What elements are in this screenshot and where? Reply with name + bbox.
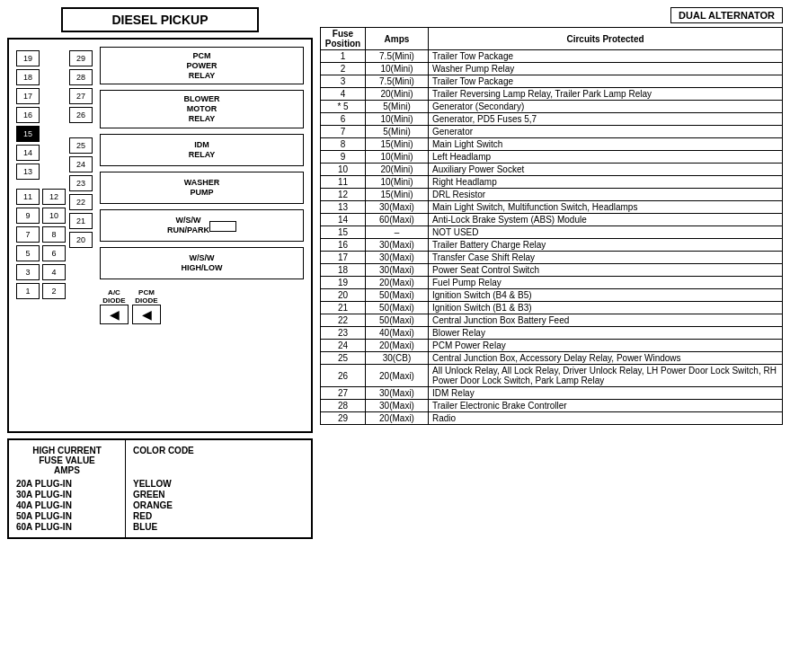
fuse-pos-cell: 10 — [321, 164, 366, 176]
table-row: 210(Mini)Washer Pump Relay — [321, 63, 783, 75]
relay-idm: IDMRELAY — [100, 134, 304, 166]
fuse-pos-cell: 26 — [321, 365, 366, 387]
table-row: 1460(Maxi)Anti-Lock Brake System (ABS) M… — [321, 214, 783, 226]
fuse-circuits-cell: Trailer Battery Charge Relay — [429, 239, 783, 252]
fuse-amps-cell: 7.5(Mini) — [366, 75, 429, 88]
fuse-amps-cell: 15(Mini) — [366, 138, 429, 151]
ac-diode-label: A/CDIODE — [102, 288, 125, 305]
fuse-circuits-cell: Right Headlamp — [429, 176, 783, 189]
table-row: 1730(Maxi)Transfer Case Shift Relay — [321, 252, 783, 264]
fuse-pos-cell: 12 — [321, 189, 366, 201]
cc-left: HIGH CURRENTFUSE VALUEAMPS 20A PLUG-IN 3… — [9, 440, 126, 537]
table-row: 1330(Maxi)Main Light Switch, Multifuncti… — [321, 201, 783, 214]
fuse-pos-cell: 23 — [321, 327, 366, 340]
fuse-pos-cell: 2 — [321, 63, 366, 75]
fuse-amps-cell: 50(Maxi) — [366, 289, 429, 302]
fuse-2: 2 — [42, 283, 66, 299]
fuse-circuits-cell: All Unlock Relay, All Lock Relay, Driver… — [429, 365, 783, 387]
fuse-amps-cell: – — [366, 226, 429, 239]
fuse-pair-11-12: 11 12 — [16, 189, 66, 205]
fuse-28: 28 — [69, 69, 93, 85]
col-header-circuits: Circuits Protected — [429, 28, 783, 50]
fuse-pair-7-8: 7 8 — [16, 226, 66, 243]
table-row: 1830(Maxi)Power Seat Control Switch — [321, 264, 783, 277]
fuse-amps-cell: 20(Mini) — [366, 164, 429, 176]
fuse-19: 19 — [16, 50, 40, 66]
table-row: 610(Mini)Generator, PD5 Fuses 5,7 — [321, 113, 783, 126]
fuse-pos-cell: 19 — [321, 277, 366, 289]
cc-amps-30: 30A PLUG-IN — [16, 490, 118, 500]
fuse-pair-3-4: 3 4 — [16, 264, 66, 280]
col-header-amps: Amps — [366, 28, 429, 50]
fuse-pos-cell: 18 — [321, 264, 366, 277]
col-header-fuse-position: FusePosition — [321, 28, 366, 50]
fuse-amps-cell: 50(Maxi) — [366, 314, 429, 327]
fuse-circuits-cell: Trailer Reversing Lamp Relay, Trailer Pa… — [429, 88, 783, 101]
table-row: 2620(Maxi)All Unlock Relay, All Lock Rel… — [321, 365, 783, 387]
fuse-amps-cell: 30(CB) — [366, 352, 429, 365]
diode-row: A/CDIODE ◀ PCMDIODE ◀ — [100, 288, 304, 324]
table-row: 2150(Maxi)Ignition Switch (B1 & B3) — [321, 302, 783, 314]
fuse-pos-cell: 8 — [321, 138, 366, 151]
fuse-pos-cell: 9 — [321, 151, 366, 164]
cc-amps-rows: 20A PLUG-IN 30A PLUG-IN 40A PLUG-IN 50A … — [16, 479, 118, 532]
fuse-amps-cell: 20(Maxi) — [366, 277, 429, 289]
fuse-11: 11 — [16, 189, 40, 205]
fuse-16: 16 — [16, 107, 40, 123]
cc-left-header: HIGH CURRENTFUSE VALUEAMPS — [16, 446, 118, 475]
fuse-amps-cell: 30(Maxi) — [366, 264, 429, 277]
fuse-circuits-cell: Trailer Tow Package — [429, 75, 783, 88]
cc-amps-20: 20A PLUG-IN — [16, 479, 118, 489]
fuse-6: 6 — [42, 245, 66, 261]
ac-diode-symbol: ◀ — [100, 305, 129, 324]
relay-wsw-high-low: W/S/WHIGH/LOW — [100, 247, 304, 279]
fuse-diagram: 19 18 17 16 15 14 13 11 12 9 10 7 8 — [7, 38, 313, 433]
table-row: 2920(Maxi)Radio — [321, 412, 783, 425]
fuse-pair-1-2: 1 2 — [16, 283, 66, 299]
cc-color-rows: YELLOW GREEN ORANGE RED BLUE — [133, 479, 194, 532]
fuse-pos-cell: 13 — [321, 201, 366, 214]
fuse-circuits-cell: NOT USED — [429, 226, 783, 239]
fuse-circuits-cell: Trailer Electronic Brake Controller — [429, 400, 783, 412]
fuse-pos-cell: 3 — [321, 75, 366, 88]
fuse-pos-cell: 20 — [321, 289, 366, 302]
fuse-23: 23 — [69, 175, 93, 191]
fuse-circuits-cell: Radio — [429, 412, 783, 425]
fuse-amps-cell: 10(Mini) — [366, 113, 429, 126]
table-row: 1110(Mini)Right Headlamp — [321, 176, 783, 189]
table-row: 75(Mini)Generator — [321, 126, 783, 138]
fuse-amps-cell: 40(Maxi) — [366, 327, 429, 340]
fuse-amps-cell: 20(Maxi) — [366, 365, 429, 387]
relay-col: PCMPOWERRELAY BLOWERMOTORRELAY IDMRELAY … — [100, 47, 304, 424]
right-panel: DUAL ALTERNATOR FusePosition Amps Circui… — [320, 7, 783, 665]
cc-color-green: GREEN — [133, 490, 194, 500]
fuse-24: 24 — [69, 156, 93, 172]
fuse-18: 18 — [16, 69, 40, 85]
fuse-circuits-cell: Central Junction Box Battery Feed — [429, 314, 783, 327]
fuse-circuits-cell: Ignition Switch (B4 & B5) — [429, 289, 783, 302]
fuse-col-left: 19 18 17 16 15 14 13 11 12 9 10 7 8 — [16, 50, 66, 424]
fuse-circuits-cell: Central Junction Box, Accessory Delay Re… — [429, 352, 783, 365]
fuse-circuits-cell: Main Light Switch — [429, 138, 783, 151]
fuse-pos-cell: 25 — [321, 352, 366, 365]
fuse-20: 20 — [69, 232, 93, 248]
fuse-10: 10 — [42, 208, 66, 224]
fuse-circuits-cell: Auxiliary Power Socket — [429, 164, 783, 176]
fuse-circuits-cell: Generator — [429, 126, 783, 138]
fuse-circuits-cell: Washer Pump Relay — [429, 63, 783, 75]
table-row: 2340(Maxi)Blower Relay — [321, 327, 783, 340]
fuse-amps-cell: 20(Mini) — [366, 88, 429, 101]
fuse-1: 1 — [16, 283, 40, 299]
table-row: * 55(Mini)Generator (Secondary) — [321, 101, 783, 113]
fuse-circuits-cell: Transfer Case Shift Relay — [429, 252, 783, 264]
table-row: 2050(Maxi)Ignition Switch (B4 & B5) — [321, 289, 783, 302]
cc-color-blue: BLUE — [133, 522, 194, 532]
fuse-pos-cell: 4 — [321, 88, 366, 101]
table-row: 420(Mini)Trailer Reversing Lamp Relay, T… — [321, 88, 783, 101]
relay-washer-pump: WASHERPUMP — [100, 172, 304, 204]
fuse-amps-cell: 20(Maxi) — [366, 412, 429, 425]
cc-color-yellow: YELLOW — [133, 479, 194, 489]
fuse-13: 13 — [16, 164, 40, 180]
fuse-circuits-cell: PCM Power Relay — [429, 340, 783, 352]
fuse-amps-cell: 20(Maxi) — [366, 340, 429, 352]
